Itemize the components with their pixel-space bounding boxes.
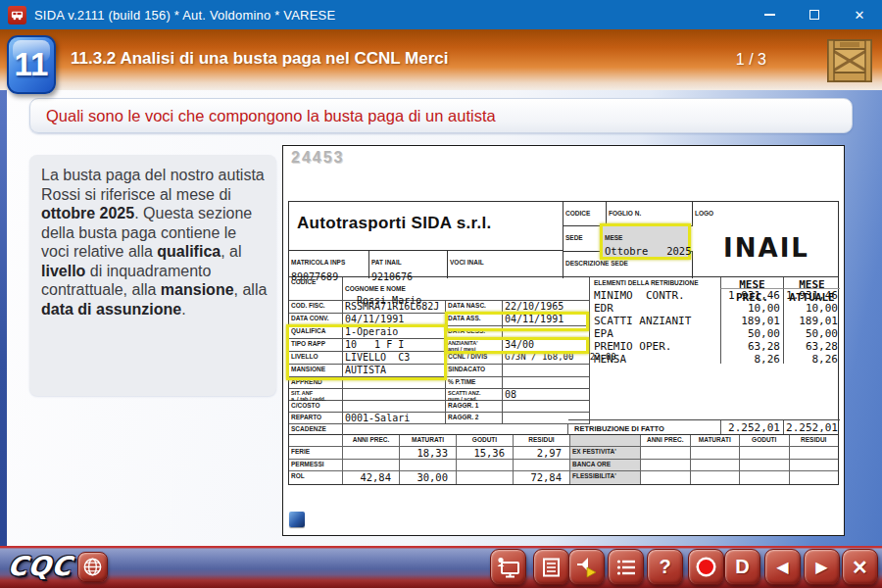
- question-text: Quali sono le voci che compongono la bus…: [30, 107, 496, 125]
- col-anni-prec: ANNI PREC.: [343, 435, 400, 446]
- ptime-label: % P.TIME: [446, 377, 503, 388]
- left-accent-strip: [0, 90, 7, 546]
- next-arrow-icon: ▶: [815, 558, 827, 576]
- permessi-row: PERMESSI BANCA ORE: [289, 460, 838, 472]
- screen-share-button[interactable]: [490, 549, 526, 585]
- banca-ore-label: BANCA ORE: [570, 460, 641, 471]
- ferie-row: FERIE 18,33 15,36 2,97 EX FESTIVITA': [289, 447, 838, 460]
- text-page-button[interactable]: [533, 549, 569, 585]
- anzianita-value: 34/00: [503, 339, 590, 351]
- cqc-logo: CQC: [6, 551, 74, 581]
- prev-arrow-icon: ◀: [776, 558, 788, 576]
- pat-inail-label: PAT INAIL: [369, 258, 404, 267]
- codice-row-label: CODICE: [289, 277, 343, 300]
- sede-label: SEDE: [564, 233, 585, 242]
- reparto-value: 0001-Salari: [343, 413, 446, 423]
- raggr1-label: RAGGR. 1: [446, 401, 503, 412]
- screen-share-icon: [496, 556, 521, 579]
- datanasc-label: DATA NASC.: [446, 301, 503, 313]
- reparto-label: REPARTO: [289, 413, 343, 423]
- page-indicator: 1 / 3: [736, 51, 766, 69]
- globe-icon: [82, 557, 103, 577]
- close-x-icon: ✕: [852, 556, 868, 579]
- matricola-inps-label: MATRICOLA INPS: [289, 258, 347, 267]
- retribuzione-prec: 2.252,01: [720, 420, 783, 434]
- bottom-toolbar: CQC ? D ◀ ▶ ✕: [0, 546, 882, 588]
- elementi-title: ELEMENTI DELLA RETRIBUZIONE: [590, 277, 720, 289]
- prev-button[interactable]: ◀: [764, 549, 801, 585]
- qualifica-label: QUALIFICA: [289, 326, 343, 338]
- foglio-label: FOGLIO N.: [607, 209, 643, 218]
- payslip-counters-table: ANNI PREC. MATURATI GODUTI RESIDUI ANNI …: [288, 435, 839, 485]
- chapter-11-badge-icon: 11: [7, 35, 56, 94]
- codfisc-value: RSSMRA71R16L682J: [343, 301, 446, 313]
- exit-button[interactable]: ✕: [842, 549, 878, 585]
- anzianita-label: ANZIANITA' anni / mesi: [446, 339, 503, 351]
- dataass-value: 04/11/1991: [503, 314, 590, 325]
- tiporapp-label: TIPO RAPP: [289, 339, 343, 351]
- dataconv-label: DATA CONV.: [289, 314, 343, 325]
- payslip-body-block: CODICE COGNOME E NOMERossi Mario COD. FI…: [288, 277, 839, 435]
- audio-button[interactable]: [568, 549, 605, 585]
- sitanf-label: SIT. ANF a. / tab / redd.: [289, 389, 343, 400]
- text-page-icon: [542, 558, 561, 577]
- mansione-value: AUTISTA: [343, 365, 446, 376]
- title-bar: SIDA v.2111 (build 156) * Aut. Voldomino…: [0, 0, 882, 29]
- main-content: Quali sono le voci che compongono la bus…: [0, 90, 882, 546]
- inail-logo: INAIL: [693, 233, 840, 263]
- speaker-icon: [575, 556, 599, 579]
- mese-prec-header: MESE PREC.: [720, 277, 783, 289]
- index-button[interactable]: [608, 549, 644, 585]
- mese-attuale-header: MESE ATTUALE: [783, 277, 840, 289]
- ex-festivita-label: EX FESTIVITA': [570, 447, 641, 459]
- retribuzione-di-fatto-row: RETRIBUZIONE DI FATTO 2.252,01 2.252,01: [568, 419, 840, 434]
- col-residui: RESIDUI: [514, 435, 570, 446]
- col-maturati: MATURATI: [400, 435, 457, 446]
- scattianz-value: 08: [503, 389, 590, 400]
- payslip-doc-number: 24453: [291, 149, 345, 167]
- record-icon: [699, 560, 713, 574]
- ccnl-value: G73N / 168,00 22,00: [503, 352, 590, 364]
- livello-value: LIVELLO C3: [343, 352, 446, 364]
- record-button[interactable]: [688, 549, 724, 585]
- flessibilita-label: FLESSIBILITA': [570, 471, 641, 484]
- next-button[interactable]: ▶: [804, 549, 840, 585]
- cargo-crate-icon: [825, 35, 874, 86]
- question-mark-icon: ?: [659, 556, 670, 578]
- payroll-software-logo-icon: [289, 512, 305, 527]
- minimize-button[interactable]: [747, 0, 792, 29]
- window-title: SIDA v.2111 (build 156) * Aut. Voldomino…: [34, 8, 335, 23]
- cognome-label: COGNOME E NOME: [343, 284, 408, 293]
- scattianz-label: SCATTI ANZ. num / scad.: [446, 389, 503, 400]
- dataass-label: DATA ASS.: [446, 314, 503, 325]
- raggr2-label: RAGGR. 2: [446, 413, 503, 423]
- apprend-label: APPREND: [289, 377, 343, 388]
- lesson-header: 11.3.2 Analisi di una busta paga nel CCN…: [0, 29, 882, 90]
- payslip-document: 24453 Autotrasporti SIDA s.r.l. MATRICOL…: [282, 145, 845, 536]
- question-bar: Quali sono le voci che compongono la bus…: [29, 98, 853, 133]
- close-window-button[interactable]: ✕: [837, 0, 882, 29]
- lesson-text-panel: La busta paga del nostro autista Rossi s…: [29, 155, 276, 396]
- app-window: SIDA v.2111 (build 156) * Aut. Voldomino…: [0, 0, 882, 588]
- col-goduti: GODUTI: [457, 435, 514, 446]
- payslip-header-block: Autotrasporti SIDA s.r.l. MATRICOLA INPS…: [288, 201, 839, 277]
- voci-inail-label: VOCI INAIL: [448, 258, 486, 267]
- dictionary-button[interactable]: D: [724, 549, 760, 585]
- maximize-button[interactable]: [792, 0, 837, 29]
- sida-truck-icon: [8, 6, 26, 24]
- mese-highlight-box: MESE Ottobre 2025: [600, 223, 691, 260]
- mese-value: Ottobre 2025: [603, 245, 688, 257]
- globe-button[interactable]: [77, 552, 108, 582]
- lesson-title: 11.3.2 Analisi di una busta paga nel CCN…: [71, 49, 448, 69]
- help-button[interactable]: ?: [647, 549, 683, 585]
- tiporapp-value: 10 1 F I: [343, 339, 446, 351]
- minimize-icon: [764, 14, 775, 16]
- datacess-value: [503, 326, 590, 338]
- retribuzione-label: RETRIBUZIONE DI FATTO: [568, 420, 720, 434]
- sindacato-label: SINDACATO: [446, 365, 503, 376]
- rol-row: ROL 42,84 30,00 72,84 FLESSIBILITA': [289, 471, 838, 484]
- codice-label: CODICE: [564, 209, 592, 218]
- close-icon: ✕: [855, 8, 865, 23]
- elementi-retribuzione: ELEMENTI DELLA RETRIBUZIONEMESE PREC.MES…: [590, 277, 840, 420]
- mese-label: MESE: [603, 233, 624, 242]
